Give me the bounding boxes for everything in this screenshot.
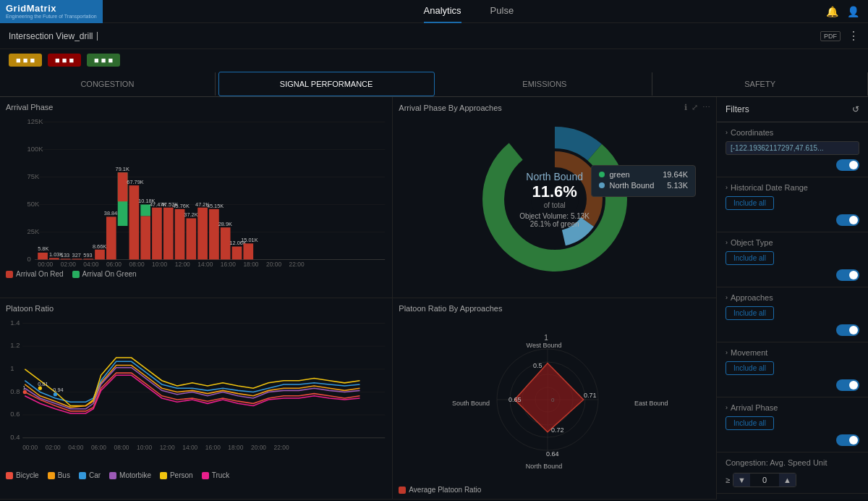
more-icon[interactable]: ⋯: [702, 103, 710, 112]
svg-text:1: 1: [544, 334, 548, 342]
section-tabs: CONGESTION SIGNAL PERFORMANCE EMISSIONS …: [0, 71, 868, 97]
svg-text:04:00: 04:00: [83, 261, 98, 267]
stepper-speed-down[interactable]: ▼: [733, 473, 750, 487]
svg-rect-18: [72, 258, 82, 259]
svg-text:00:00: 00:00: [38, 261, 53, 267]
svg-rect-38: [175, 209, 185, 260]
stepper-speed-input[interactable]: [750, 473, 779, 487]
donut-container: North Bound 11.6% of total Object Volume…: [399, 115, 710, 282]
toggle-switch-historical[interactable]: [836, 214, 859, 226]
stepper-speed-box: ▼ ▲: [733, 473, 796, 487]
chevron-historical: ›: [726, 184, 728, 191]
svg-text:0.64: 0.64: [546, 450, 559, 458]
tab-signal-performance[interactable]: SIGNAL PERFORMANCE: [218, 72, 435, 96]
chart-row-arrival: Arrival Phase 125K 100K 75K 50K 25K 0: [0, 97, 716, 298]
svg-rect-48: [232, 247, 242, 260]
svg-text:16:00: 16:00: [205, 444, 221, 451]
svg-text:0.65: 0.65: [509, 396, 522, 403]
svg-rect-16: [61, 258, 71, 259]
include-all-object-type[interactable]: Include all: [726, 251, 774, 265]
filter-historical-date: › Historical Date Range Include all: [717, 177, 868, 232]
refresh-icon[interactable]: ↺: [852, 104, 859, 114]
filter-historical-label[interactable]: › Historical Date Range: [726, 183, 859, 192]
more-icon[interactable]: ⋮: [848, 29, 859, 43]
svg-text:West Bound: West Bound: [526, 342, 561, 349]
svg-text:08:00: 08:00: [129, 261, 145, 267]
chevron-arrival-phase: ›: [726, 404, 728, 411]
tab-safety[interactable]: SAFETY: [652, 72, 868, 96]
legend-bus: Bus: [48, 471, 70, 479]
legend-bicycle: Bicycle: [6, 471, 39, 479]
svg-text:593: 593: [83, 252, 92, 258]
svg-text:06:00: 06:00: [91, 444, 106, 451]
stepper-speed-up[interactable]: ▲: [779, 473, 796, 487]
charts: Arrival Phase 125K 100K 75K 50K 25K 0: [0, 97, 716, 500]
legend-arrival-red: Arrival On Red: [6, 270, 64, 278]
include-all-historical[interactable]: Include all: [726, 196, 774, 210]
svg-rect-22: [95, 250, 105, 260]
svg-text:16:00: 16:00: [221, 261, 236, 267]
expand-icon[interactable]: ⤢: [692, 103, 698, 112]
svg-text:8.66K: 8.66K: [93, 243, 106, 250]
tab-emissions[interactable]: EMISSIONS: [438, 72, 653, 96]
include-all-arrival-phase[interactable]: Include all: [726, 416, 774, 430]
svg-text:28.9K: 28.9K: [218, 221, 232, 227]
chevron-movement: ›: [726, 349, 728, 356]
legend-motorbike: Motorbike: [109, 471, 151, 479]
svg-rect-20: [83, 258, 93, 259]
filter-arrival-phase-label[interactable]: › Arrival Phase: [726, 403, 859, 412]
svg-marker-110: [514, 363, 583, 431]
object-type-toggle: [726, 269, 859, 281]
toggle-switch-coordinates[interactable]: [836, 159, 859, 171]
svg-rect-27: [118, 172, 128, 201]
filter-coordinates-label[interactable]: › Coordinates: [726, 128, 859, 137]
svg-rect-31: [140, 216, 150, 259]
platoon-by-approaches-legend: Average Platoon Ratio: [399, 486, 710, 494]
legend-avg-platoon-ratio: Average Platoon Ratio: [399, 486, 481, 494]
svg-text:100K: 100K: [27, 145, 43, 153]
platoon-ratio-title: Platoon Ratio: [6, 304, 386, 313]
toggle-switch-approaches[interactable]: [836, 324, 859, 336]
arrival-phase-chart: 125K 100K 75K 50K 25K 0: [6, 114, 386, 267]
user-icon[interactable]: 👤: [847, 6, 859, 17]
badge-red: ■ ■ ■: [48, 54, 81, 67]
svg-rect-34: [152, 208, 162, 260]
svg-text:02:00: 02:00: [61, 261, 76, 267]
svg-rect-44: [209, 209, 219, 260]
status-bar: ■ ■ ■ ■ ■ ■ ■ ■ ■: [0, 49, 868, 71]
radar-container: 1 West Bound East Bound North Bound Sout…: [399, 316, 710, 483]
svg-text:133: 133: [61, 252, 69, 258]
svg-rect-36: [163, 208, 174, 260]
sidebar: Filters ↺ › Coordinates [-122.1936211729…: [716, 97, 868, 500]
svg-text:20:00: 20:00: [266, 261, 281, 267]
svg-text:0.71: 0.71: [584, 392, 597, 399]
filter-movement-label[interactable]: › Movement: [726, 348, 859, 357]
svg-text:14:00: 14:00: [197, 261, 213, 267]
svg-text:08:00: 08:00: [114, 444, 129, 451]
include-all-approaches[interactable]: Include all: [726, 306, 774, 320]
toggle-switch-arrival-phase[interactable]: [836, 434, 859, 446]
svg-rect-29: [129, 185, 140, 259]
toolbar-input-cursor: [97, 32, 98, 41]
svg-text:79.1K: 79.1K: [116, 166, 129, 172]
filter-object-type-label[interactable]: › Object Type: [726, 238, 859, 247]
header-icons: 🔔 👤: [826, 6, 868, 17]
filter-arrival-phase: › Arrival Phase Include all: [717, 397, 868, 452]
info-icon[interactable]: ℹ: [684, 103, 687, 112]
nav-pulse[interactable]: Pulse: [490, 0, 514, 23]
pdf-icon[interactable]: PDF: [820, 31, 841, 41]
svg-rect-24: [106, 216, 116, 259]
approaches-toggle: [726, 324, 859, 336]
bell-icon[interactable]: 🔔: [826, 6, 838, 17]
include-all-movement[interactable]: Include all: [726, 361, 774, 375]
sidebar-header: Filters ↺: [717, 97, 868, 122]
donut-label: North Bound 11.6% of total Object Volume…: [519, 170, 590, 227]
tab-congestion[interactable]: CONGESTION: [0, 72, 216, 96]
chart-icons: ℹ ⤢ ⋯: [684, 103, 710, 112]
svg-text:22:00: 22:00: [289, 261, 305, 267]
filter-approaches-label[interactable]: › Approaches: [726, 293, 859, 302]
nav-analytics[interactable]: Analytics: [424, 0, 461, 23]
toggle-switch-movement[interactable]: [836, 379, 859, 391]
panel-arrival-by-approaches: Arrival Phase By Approaches ℹ ⤢ ⋯: [393, 97, 716, 298]
toggle-switch-object-type[interactable]: [836, 269, 859, 281]
